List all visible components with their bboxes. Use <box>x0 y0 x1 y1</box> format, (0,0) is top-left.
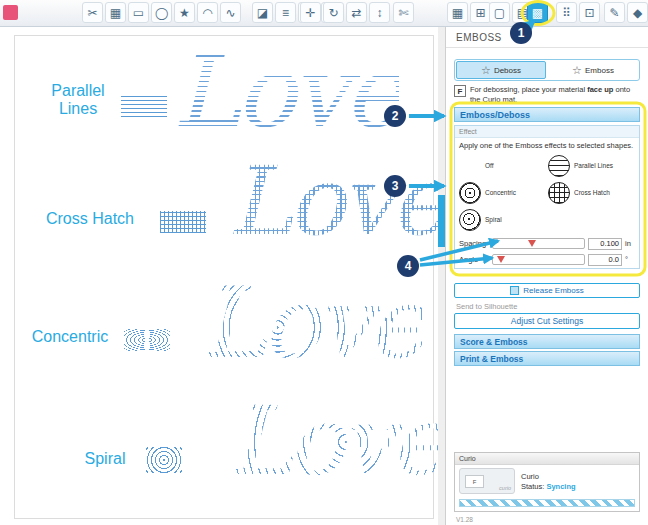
rotate-icon[interactable]: ↻ <box>323 2 344 23</box>
eraser-tool-icon[interactable]: ◆ <box>627 2 648 23</box>
adjust-cut-settings-button[interactable]: Adjust Cut Settings <box>454 313 640 329</box>
canvas-label-concentric: Concentric <box>18 328 122 346</box>
love-word-spiral[interactable]: Love <box>228 399 443 485</box>
section-header-score-emboss[interactable]: Score & Emboss <box>454 334 640 349</box>
swatch-spiral[interactable] <box>146 447 182 473</box>
panels-icon[interactable]: ▦ <box>105 2 126 23</box>
toolbar-group-knife: ✄ <box>393 2 414 23</box>
curio-machine-screen: F <box>465 475 484 488</box>
love-word-cross-hatch[interactable]: Love <box>228 159 443 245</box>
love-word-concentric[interactable]: Love <box>200 279 422 367</box>
move-icon[interactable]: ✛ <box>300 2 321 23</box>
emboss-star-icon: ☆ <box>572 65 582 76</box>
angle-row: Angle 0.0 ° <box>455 252 639 268</box>
stipple-icon[interactable]: ⠿ <box>556 2 577 23</box>
spacing-label: Spacing <box>459 239 489 248</box>
page-icon[interactable]: ▢ <box>489 2 510 23</box>
toolbar-group-shapes: ▭ ◯ ★ ◠ ∿ <box>128 2 241 23</box>
dots-icon[interactable]: ⊡ <box>579 2 600 23</box>
toolbar-group-edit: ✂ ▦ <box>82 2 126 23</box>
callout-3: 3 <box>384 175 406 197</box>
tab-deboss-label: Deboss <box>494 66 521 75</box>
section-header-emboss-deboss[interactable]: Emboss/Deboss <box>454 107 640 122</box>
tab-emboss[interactable]: ☆ Emboss <box>548 61 638 79</box>
effect-off-icon <box>459 155 481 177</box>
effect-spiral-label: Spiral <box>485 216 502 223</box>
effect-parallel-label: Parallel Lines <box>574 162 613 169</box>
face-up-icon: F <box>454 85 466 97</box>
canvas-label-cross-hatch: Cross Hatch <box>20 210 160 228</box>
emboss-panel-icon[interactable]: ▩ <box>527 2 548 23</box>
swatch-concentric[interactable] <box>124 329 170 351</box>
star-tool-icon[interactable]: ★ <box>174 2 195 23</box>
toolbar-group-sketch: ✎ ◆ <box>604 2 648 23</box>
curio-machine-label: curio <box>499 485 511 491</box>
spacing-slider-marker[interactable] <box>528 240 536 247</box>
spacing-slider[interactable] <box>492 238 585 249</box>
section-header-print-emboss[interactable]: Print & Emboss <box>454 351 640 366</box>
deboss-info-text: For debossing, place your material face … <box>470 85 642 105</box>
angle-value-input[interactable]: 0.0 <box>588 254 622 266</box>
canvas-label-spiral: Spiral <box>70 450 140 468</box>
design-canvas[interactable]: Parallel Lines Love Cross Hatch Love Con… <box>8 27 438 525</box>
concentric-icon <box>459 182 481 204</box>
effect-option-cross-hatch[interactable]: Cross Hatch <box>548 182 635 204</box>
curio-box-body: F curio Curio Status: Syncing <box>455 465 639 494</box>
curio-status-line: Status: Syncing <box>521 482 576 491</box>
effect-concentric-label: Concentric <box>485 189 516 196</box>
vertical-scrollbar[interactable] <box>438 27 445 525</box>
grid-icon[interactable]: ▦ <box>447 2 468 23</box>
snap-grid-icon[interactable]: ⊞ <box>470 2 491 23</box>
love-word-parallel[interactable]: Love <box>173 47 399 137</box>
curio-status-text: Curio Status: Syncing <box>521 472 576 491</box>
swatch-parallel-lines[interactable] <box>121 95 167 117</box>
canvas-label-parallel-lines: Parallel Lines <box>30 82 126 119</box>
sync-progress-bar <box>459 499 635 507</box>
curio-status-box: Curio F curio Curio Status: Syncing <box>454 452 640 512</box>
toolbar-group-grid: ▦ ⊞ <box>447 2 491 23</box>
release-emboss-label: Release Emboss <box>523 286 583 295</box>
pencil-icon[interactable]: ✎ <box>604 2 625 23</box>
callout-1: 1 <box>510 22 532 44</box>
effect-section: Effect Apply one of the Emboss effects t… <box>454 125 640 269</box>
angle-label: Angle <box>459 255 489 264</box>
flip-icon[interactable]: ⇄ <box>346 2 367 23</box>
eraser-icon[interactable]: ◪ <box>252 2 273 23</box>
callout-2: 2 <box>384 105 406 127</box>
effect-option-concentric[interactable]: Concentric <box>459 182 546 204</box>
panel-title: EMBOSS <box>456 32 502 43</box>
toolbar-group-stipple: ⠿ ⊡ <box>556 2 600 23</box>
line-style-icon[interactable]: ≡ <box>275 2 296 23</box>
deboss-star-icon: ☆ <box>481 65 491 76</box>
scissors-icon[interactable]: ✂ <box>82 2 103 23</box>
scrollbar-thumb[interactable] <box>438 195 445 247</box>
effect-option-spiral[interactable]: Spiral <box>459 209 546 231</box>
adjust-cut-settings-label: Adjust Cut Settings <box>511 316 583 326</box>
callout-4: 4 <box>397 255 419 277</box>
tab-deboss[interactable]: ☆ Deboss <box>456 61 546 79</box>
angle-slider-marker[interactable] <box>497 256 505 263</box>
curio-machine-image: F curio <box>459 468 515 494</box>
resize-icon[interactable]: ↕ <box>369 2 390 23</box>
effect-option-off[interactable]: Off <box>459 155 546 177</box>
spacing-value-input[interactable]: 0.100 <box>588 238 622 250</box>
knife-icon[interactable]: ✄ <box>393 2 414 23</box>
release-emboss-button[interactable]: Release Emboss <box>454 283 640 298</box>
angle-slider[interactable] <box>492 254 585 265</box>
spacing-row: Spacing 0.100 in <box>455 236 639 252</box>
release-emboss-icon <box>510 286 519 295</box>
rectangle-tool-icon[interactable]: ▭ <box>128 2 149 23</box>
effect-option-parallel-lines[interactable]: Parallel Lines <box>548 155 635 177</box>
swatch-cross-hatch[interactable] <box>160 211 206 233</box>
arc-tool-icon[interactable]: ◠ <box>197 2 218 23</box>
send-to-silhouette-label: Send to Silhouette <box>456 302 517 311</box>
ellipse-tool-icon[interactable]: ◯ <box>151 2 172 23</box>
effect-options: Off Parallel Lines Concentric Cross Hatc… <box>455 153 639 236</box>
curve-tool-icon[interactable]: ∿ <box>220 2 241 23</box>
spiral-icon <box>459 209 481 231</box>
version-label: V1.28 <box>456 516 473 523</box>
effect-instruction: Apply one of the Emboss effects to selec… <box>455 138 639 153</box>
effect-off-label: Off <box>485 162 494 169</box>
tab-emboss-label: Emboss <box>585 66 614 75</box>
toolbar-group-transform: ✛ ↻ ⇄ ↕ <box>300 2 390 23</box>
